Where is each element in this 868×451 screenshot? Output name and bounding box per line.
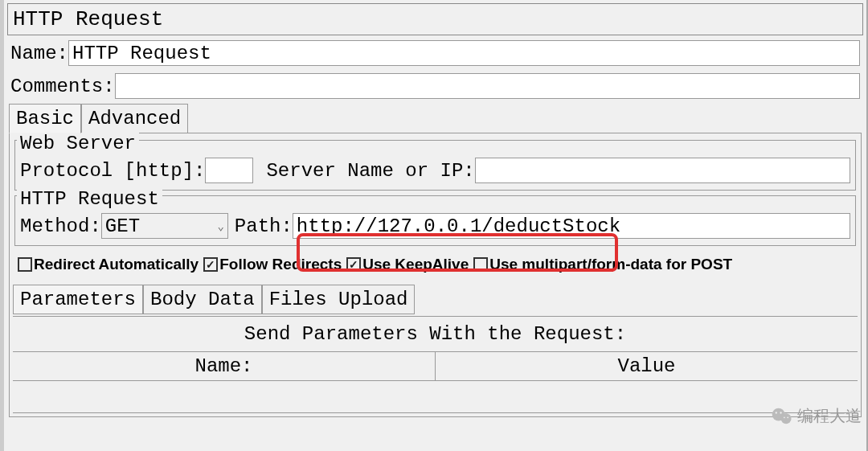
path-input[interactable] <box>293 213 850 239</box>
col-header-name: Name: <box>13 352 436 380</box>
col-header-value: Value <box>436 352 858 380</box>
tab-content-basic: Web Server Protocol [http]: Server Name … <box>9 133 862 417</box>
wechat-icon <box>772 408 792 425</box>
method-value: GET <box>105 215 218 237</box>
http-request-legend: HTTP Request <box>17 188 162 210</box>
follow-redirects-option[interactable]: Follow Redirects <box>203 256 342 273</box>
name-row: Name: <box>7 37 863 69</box>
follow-redirects-checkbox[interactable] <box>203 257 218 272</box>
keepalive-option[interactable]: Use KeepAlive <box>346 256 469 273</box>
tab-advanced[interactable]: Advanced <box>81 104 188 133</box>
keepalive-checkbox[interactable] <box>346 257 361 272</box>
params-title: Send Parameters With the Request: <box>13 316 858 351</box>
svg-point-1 <box>781 413 792 424</box>
http-request-fieldset: HTTP Request Method: GET ⌄ Path: <box>14 195 856 246</box>
method-label: Method: <box>20 215 101 237</box>
web-server-legend: Web Server <box>17 133 139 154</box>
comments-input[interactable] <box>115 73 860 99</box>
params-table-header: Name: Value <box>13 351 858 381</box>
multipart-option[interactable]: Use multipart/form-data for POST <box>473 256 732 273</box>
multipart-label: Use multipart/form-data for POST <box>489 256 732 273</box>
watermark: 编程大道 <box>772 405 862 427</box>
path-label: Path: <box>235 215 293 237</box>
server-name-label: Server Name or IP: <box>266 160 474 182</box>
follow-redirects-label: Follow Redirects <box>219 256 342 273</box>
watermark-text: 编程大道 <box>797 405 862 427</box>
server-name-input[interactable] <box>475 158 850 183</box>
svg-point-2 <box>776 412 777 413</box>
comments-row: Comments: <box>7 70 863 102</box>
keepalive-label: Use KeepAlive <box>362 256 469 273</box>
params-table-body[interactable] <box>13 381 858 413</box>
redirect-auto-label: Redirect Automatically <box>34 256 199 273</box>
redirect-auto-checkbox[interactable] <box>18 257 32 272</box>
web-server-fieldset: Web Server Protocol [http]: Server Name … <box>14 140 856 191</box>
svg-point-3 <box>780 412 781 413</box>
tab-files-upload[interactable]: Files Upload <box>262 285 416 314</box>
panel-title: HTTP Request <box>7 3 863 35</box>
sub-tabs: Parameters Body Data Files Upload <box>13 285 858 314</box>
protocol-label: Protocol [http]: <box>20 160 205 182</box>
main-tabs: Basic Advanced <box>9 104 862 133</box>
method-select[interactable]: GET ⌄ <box>101 213 228 239</box>
multipart-checkbox[interactable] <box>473 257 488 272</box>
comments-label: Comments: <box>10 76 115 97</box>
http-request-panel: HTTP Request Name: Comments: Basic Advan… <box>0 0 868 451</box>
options-row: Redirect Automatically Follow Redirects … <box>13 251 858 281</box>
svg-point-5 <box>787 416 788 418</box>
tab-basic[interactable]: Basic <box>9 104 81 133</box>
redirect-auto-option[interactable]: Redirect Automatically <box>18 256 199 273</box>
name-label: Name: <box>10 43 68 64</box>
tab-parameters[interactable]: Parameters <box>13 285 143 314</box>
chevron-down-icon: ⌄ <box>217 219 223 233</box>
svg-point-4 <box>784 416 785 418</box>
tab-body-data[interactable]: Body Data <box>143 285 262 314</box>
protocol-input[interactable] <box>205 158 253 183</box>
name-input[interactable] <box>68 40 860 66</box>
